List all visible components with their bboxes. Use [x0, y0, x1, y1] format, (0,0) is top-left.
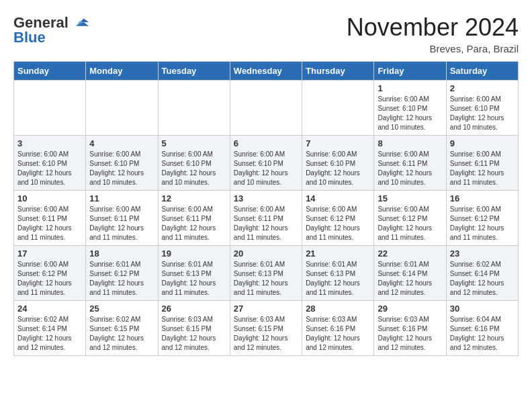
day-info: Sunrise: 6:02 AM Sunset: 6:15 PM Dayligh…	[89, 315, 154, 353]
day-cell-1: 1Sunrise: 6:00 AM Sunset: 6:10 PM Daylig…	[374, 81, 446, 136]
logo: General Blue	[13, 13, 90, 46]
day-info: Sunrise: 6:00 AM Sunset: 6:10 PM Dayligh…	[234, 150, 298, 187]
empty-cell	[14, 81, 86, 136]
day-header-monday: Monday	[86, 62, 158, 81]
day-info: Sunrise: 6:00 AM Sunset: 6:11 PM Dayligh…	[378, 150, 442, 187]
day-info: Sunrise: 6:00 AM Sunset: 6:11 PM Dayligh…	[17, 205, 82, 242]
day-number: 9	[450, 138, 515, 148]
day-cell-19: 19Sunrise: 6:01 AM Sunset: 6:13 PM Dayli…	[158, 246, 230, 301]
day-cell-16: 16Sunrise: 6:00 AM Sunset: 6:12 PM Dayli…	[446, 191, 518, 246]
week-row-3: 10Sunrise: 6:00 AM Sunset: 6:11 PM Dayli…	[14, 191, 519, 246]
day-number: 13	[234, 193, 298, 203]
day-cell-12: 12Sunrise: 6:00 AM Sunset: 6:11 PM Dayli…	[158, 191, 230, 246]
day-number: 24	[17, 304, 82, 314]
day-cell-15: 15Sunrise: 6:00 AM Sunset: 6:12 PM Dayli…	[374, 191, 446, 246]
day-info: Sunrise: 6:00 AM Sunset: 6:12 PM Dayligh…	[378, 205, 442, 242]
day-info: Sunrise: 6:01 AM Sunset: 6:13 PM Dayligh…	[162, 260, 226, 298]
day-number: 21	[306, 248, 370, 259]
day-number: 4	[89, 138, 154, 148]
day-number: 15	[378, 193, 442, 203]
day-number: 29	[378, 304, 442, 314]
day-number: 12	[162, 193, 226, 203]
empty-cell	[230, 81, 302, 136]
day-header-thursday: Thursday	[302, 62, 374, 81]
empty-cell	[158, 81, 230, 136]
day-info: Sunrise: 6:03 AM Sunset: 6:16 PM Dayligh…	[378, 315, 442, 353]
day-info: Sunrise: 6:03 AM Sunset: 6:16 PM Dayligh…	[306, 315, 370, 353]
day-number: 25	[89, 304, 154, 314]
day-number: 6	[234, 138, 298, 148]
day-info: Sunrise: 6:00 AM Sunset: 6:10 PM Dayligh…	[162, 150, 226, 187]
day-cell-23: 23Sunrise: 6:02 AM Sunset: 6:14 PM Dayli…	[446, 246, 518, 301]
empty-cell	[302, 81, 374, 136]
day-number: 19	[162, 248, 226, 259]
day-info: Sunrise: 6:00 AM Sunset: 6:12 PM Dayligh…	[450, 205, 515, 242]
day-number: 1	[378, 83, 442, 93]
day-info: Sunrise: 6:00 AM Sunset: 6:11 PM Dayligh…	[234, 205, 298, 242]
day-info: Sunrise: 6:01 AM Sunset: 6:14 PM Dayligh…	[378, 260, 442, 298]
day-number: 20	[234, 248, 298, 259]
day-number: 11	[89, 193, 154, 203]
day-cell-27: 27Sunrise: 6:03 AM Sunset: 6:15 PM Dayli…	[230, 301, 302, 356]
day-header-sunday: Sunday	[14, 62, 86, 81]
day-info: Sunrise: 6:03 AM Sunset: 6:15 PM Dayligh…	[234, 315, 298, 353]
day-cell-8: 8Sunrise: 6:00 AM Sunset: 6:11 PM Daylig…	[374, 136, 446, 191]
day-info: Sunrise: 6:00 AM Sunset: 6:12 PM Dayligh…	[306, 205, 370, 242]
day-number: 3	[17, 138, 82, 148]
day-header-tuesday: Tuesday	[158, 62, 230, 81]
day-number: 27	[234, 304, 298, 314]
week-row-2: 3Sunrise: 6:00 AM Sunset: 6:10 PM Daylig…	[14, 136, 519, 191]
day-number: 26	[162, 304, 226, 314]
day-cell-25: 25Sunrise: 6:02 AM Sunset: 6:15 PM Dayli…	[86, 301, 158, 356]
day-cell-9: 9Sunrise: 6:00 AM Sunset: 6:11 PM Daylig…	[446, 136, 518, 191]
day-number: 5	[162, 138, 226, 148]
day-info: Sunrise: 6:04 AM Sunset: 6:16 PM Dayligh…	[450, 315, 515, 353]
page-header: General Blue November 2024 Breves, Para,…	[13, 13, 519, 54]
day-number: 10	[17, 193, 82, 203]
day-info: Sunrise: 6:02 AM Sunset: 6:14 PM Dayligh…	[450, 260, 515, 298]
day-cell-3: 3Sunrise: 6:00 AM Sunset: 6:10 PM Daylig…	[14, 136, 86, 191]
calendar-body: 1Sunrise: 6:00 AM Sunset: 6:10 PM Daylig…	[14, 81, 519, 356]
day-info: Sunrise: 6:00 AM Sunset: 6:10 PM Dayligh…	[89, 150, 154, 187]
empty-cell	[86, 81, 158, 136]
day-number: 23	[450, 248, 515, 259]
day-cell-17: 17Sunrise: 6:00 AM Sunset: 6:12 PM Dayli…	[14, 246, 86, 301]
day-cell-26: 26Sunrise: 6:03 AM Sunset: 6:15 PM Dayli…	[158, 301, 230, 356]
day-header-wednesday: Wednesday	[230, 62, 302, 81]
calendar-header: SundayMondayTuesdayWednesdayThursdayFrid…	[14, 62, 519, 81]
day-cell-30: 30Sunrise: 6:04 AM Sunset: 6:16 PM Dayli…	[446, 301, 518, 356]
day-info: Sunrise: 6:01 AM Sunset: 6:12 PM Dayligh…	[89, 260, 154, 298]
day-cell-11: 11Sunrise: 6:00 AM Sunset: 6:11 PM Dayli…	[86, 191, 158, 246]
day-info: Sunrise: 6:00 AM Sunset: 6:10 PM Dayligh…	[17, 150, 82, 187]
day-number: 18	[89, 248, 154, 259]
logo-bird-icon	[71, 13, 90, 32]
day-cell-2: 2Sunrise: 6:00 AM Sunset: 6:10 PM Daylig…	[446, 81, 518, 136]
day-info: Sunrise: 6:00 AM Sunset: 6:10 PM Dayligh…	[306, 150, 370, 187]
week-row-1: 1Sunrise: 6:00 AM Sunset: 6:10 PM Daylig…	[14, 81, 519, 136]
day-cell-18: 18Sunrise: 6:01 AM Sunset: 6:12 PM Dayli…	[86, 246, 158, 301]
day-number: 7	[306, 138, 370, 148]
day-header-friday: Friday	[374, 62, 446, 81]
day-cell-21: 21Sunrise: 6:01 AM Sunset: 6:13 PM Dayli…	[302, 246, 374, 301]
day-cell-14: 14Sunrise: 6:00 AM Sunset: 6:12 PM Dayli…	[302, 191, 374, 246]
day-info: Sunrise: 6:01 AM Sunset: 6:13 PM Dayligh…	[234, 260, 298, 298]
days-of-week-row: SundayMondayTuesdayWednesdayThursdayFrid…	[14, 62, 519, 81]
day-number: 22	[378, 248, 442, 259]
day-info: Sunrise: 6:00 AM Sunset: 6:11 PM Dayligh…	[162, 205, 226, 242]
day-cell-7: 7Sunrise: 6:00 AM Sunset: 6:10 PM Daylig…	[302, 136, 374, 191]
day-info: Sunrise: 6:02 AM Sunset: 6:14 PM Dayligh…	[17, 315, 82, 353]
calendar-table: SundayMondayTuesdayWednesdayThursdayFrid…	[13, 61, 519, 356]
location: Breves, Para, Brazil	[347, 43, 519, 54]
day-cell-29: 29Sunrise: 6:03 AM Sunset: 6:16 PM Dayli…	[374, 301, 446, 356]
day-info: Sunrise: 6:00 AM Sunset: 6:12 PM Dayligh…	[17, 260, 82, 298]
day-number: 17	[17, 248, 82, 259]
week-row-5: 24Sunrise: 6:02 AM Sunset: 6:14 PM Dayli…	[14, 301, 519, 356]
day-number: 8	[378, 138, 442, 148]
day-cell-13: 13Sunrise: 6:00 AM Sunset: 6:11 PM Dayli…	[230, 191, 302, 246]
day-info: Sunrise: 6:00 AM Sunset: 6:10 PM Dayligh…	[378, 95, 442, 132]
day-cell-4: 4Sunrise: 6:00 AM Sunset: 6:10 PM Daylig…	[86, 136, 158, 191]
day-number: 16	[450, 193, 515, 203]
day-number: 14	[306, 193, 370, 203]
day-cell-28: 28Sunrise: 6:03 AM Sunset: 6:16 PM Dayli…	[302, 301, 374, 356]
title-block: November 2024 Breves, Para, Brazil	[347, 13, 519, 54]
